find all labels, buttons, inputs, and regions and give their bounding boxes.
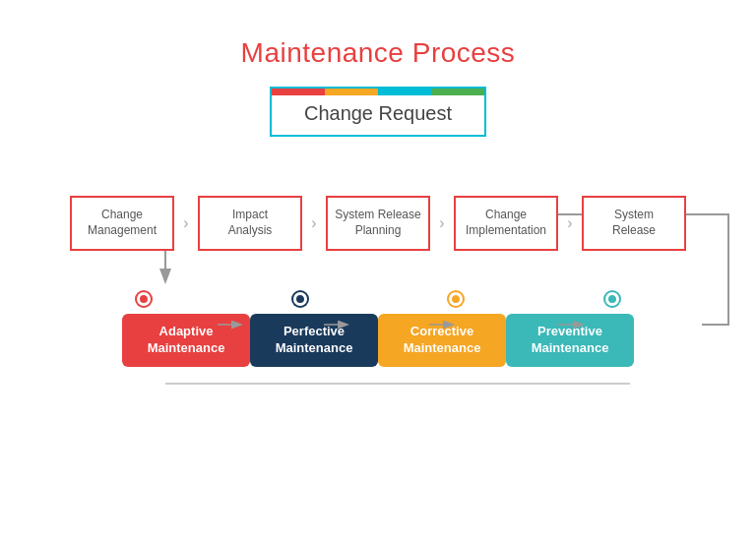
maint-box-adaptive: AdaptiveMaintenance: [122, 314, 250, 367]
dot-perfective: [293, 292, 307, 306]
maint-box-corrective: CorrectiveMaintenance: [378, 314, 506, 367]
dot-corrective: [449, 292, 463, 306]
process-box-change-management: Change Management: [70, 196, 174, 251]
dots-row: [137, 292, 619, 306]
maint-box-preventive: PreventiveMaintenance: [506, 314, 634, 367]
color-bar: [272, 89, 484, 95]
change-request-box: Change Request: [270, 87, 486, 137]
arrow-2: ›: [302, 214, 326, 232]
arrow-4: ›: [558, 214, 582, 232]
dot-preventive: [605, 292, 619, 306]
arrows-svg: [0, 0, 756, 541]
color-bar-green: [431, 89, 484, 95]
color-bar-orange: [325, 89, 378, 95]
maintenance-row: AdaptiveMaintenance PerfectiveMaintenanc…: [122, 314, 634, 367]
page-title: Maintenance Process: [241, 37, 516, 69]
process-row: Change Management › Impact Analysis › Sy…: [70, 196, 686, 251]
process-box-impact-analysis: Impact Analysis: [198, 196, 302, 251]
change-request-wrapper: Change Request: [270, 87, 486, 137]
color-bar-red: [272, 89, 325, 95]
process-box-system-release-planning: System Release Planning: [326, 196, 430, 251]
process-box-system-release: System Release: [582, 196, 686, 251]
arrow-3: ›: [430, 214, 454, 232]
maint-box-perfective: PerfectiveMaintenance: [250, 314, 378, 367]
diagram-container: Maintenance Process Change Request Chang…: [0, 0, 756, 541]
process-box-change-implementation: Change Implementation: [454, 196, 558, 251]
change-request-label: Change Request: [304, 102, 452, 124]
color-bar-blue: [378, 89, 431, 95]
arrow-1: ›: [174, 214, 198, 232]
dot-adaptive: [137, 292, 151, 306]
